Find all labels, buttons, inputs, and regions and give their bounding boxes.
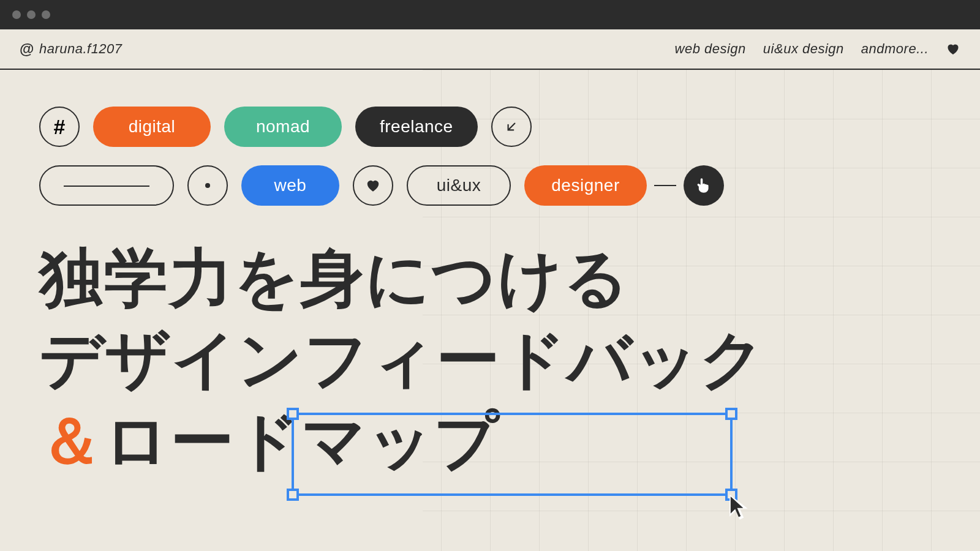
headline-line-2: デザインフィードバック: [39, 319, 941, 400]
header-nav: web design ui&ux design andmore...: [675, 41, 960, 57]
selection-handle-br[interactable]: [725, 489, 737, 501]
headline-line-3b: ロードマップ: [104, 405, 500, 476]
line-chip[interactable]: [39, 165, 174, 206]
headline: 独学力を身につける デザインフィードバック ＆ロードマップ: [39, 238, 941, 482]
header-bar: @ haruna.f1207 web design ui&ux design a…: [0, 29, 980, 70]
tag-uiux[interactable]: ui&ux: [407, 165, 511, 206]
handle-text: haruna.f1207: [39, 41, 123, 57]
window-titlebar: [0, 0, 980, 29]
arrow-down-left-icon[interactable]: [491, 107, 532, 147]
headline-line-2a: デザイン: [39, 324, 304, 395]
headline-line-2b: フィードバック: [304, 324, 766, 395]
tag-designer[interactable]: designer: [524, 165, 647, 206]
tag-row-2: web ui&ux designer: [39, 165, 941, 206]
nav-link-uiux-design[interactable]: ui&ux design: [763, 41, 844, 57]
traffic-light-dot[interactable]: [12, 10, 21, 19]
tag-digital[interactable]: digital: [93, 107, 211, 147]
main: # digital nomad freelance web ui&ux desi…: [0, 70, 980, 551]
nav-link-andmore[interactable]: andmore...: [861, 41, 929, 57]
heart-outline-icon[interactable]: [353, 165, 393, 206]
selection-handle-bl[interactable]: [287, 489, 299, 501]
connector-line: [654, 185, 676, 186]
cursor-icon: [726, 493, 751, 524]
nav-link-web-design[interactable]: web design: [675, 41, 746, 57]
at-symbol: @: [20, 40, 34, 58]
tag-nomad[interactable]: nomad: [224, 107, 342, 147]
traffic-light-dot[interactable]: [42, 10, 50, 19]
traffic-light-dot[interactable]: [27, 10, 36, 19]
headline-line-1: 独学力を身につける: [39, 238, 941, 319]
hash-chip[interactable]: #: [39, 107, 80, 147]
heart-icon[interactable]: [946, 42, 960, 56]
headline-line-3: ＆ロードマップ: [39, 400, 941, 482]
tag-web[interactable]: web: [241, 165, 339, 206]
dot-chip[interactable]: [187, 165, 228, 206]
handle[interactable]: @ haruna.f1207: [20, 40, 123, 58]
tag-row-1: # digital nomad freelance: [39, 107, 941, 147]
tag-pills: # digital nomad freelance web ui&ux desi…: [39, 107, 941, 206]
ampersand: ＆: [39, 405, 104, 476]
tag-freelance[interactable]: freelance: [355, 107, 478, 147]
pointer-hand-icon[interactable]: [684, 165, 724, 206]
